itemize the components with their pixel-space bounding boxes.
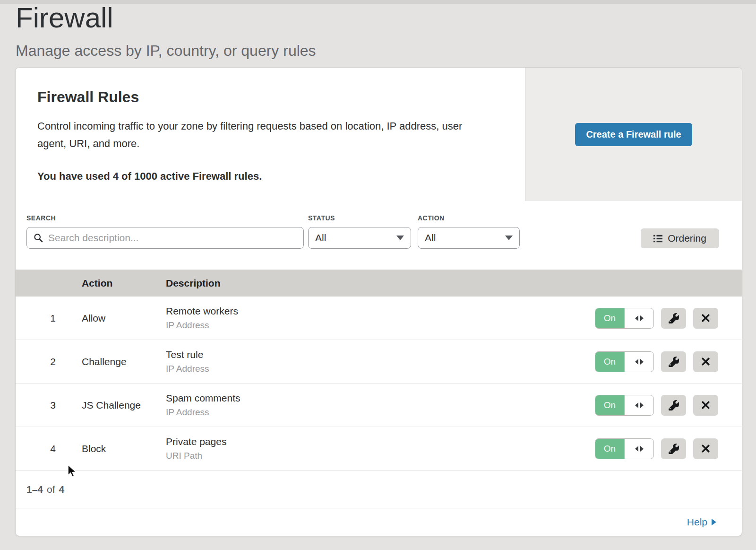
toggle-arrows: [625, 352, 653, 372]
rule-field-type: IP Address: [166, 320, 595, 331]
ordering-button-label: Ordering: [668, 233, 706, 244]
rule-description-cell: Private pages URI Path: [163, 436, 595, 461]
toggle-arrows: [625, 395, 653, 415]
toggle-on-label: On: [595, 439, 625, 459]
rule-status-toggle[interactable]: On: [595, 395, 654, 416]
page-subtitle: Manage access by IP, country, or query r…: [16, 42, 316, 60]
status-select[interactable]: All: [308, 227, 411, 249]
rule-action: JS Challenge: [78, 400, 163, 411]
page-header: Firewall Manage access by IP, country, o…: [16, 3, 316, 60]
rule-action: Challenge: [78, 356, 163, 367]
edit-rule-button[interactable]: [661, 438, 686, 459]
create-rule-panel: Create a Firewall rule: [525, 68, 742, 201]
search-icon: [34, 233, 43, 243]
arrow-right-icon: [640, 446, 644, 452]
delete-rule-button[interactable]: [693, 438, 718, 459]
mouse-cursor: [67, 464, 79, 479]
arrow-left-icon: [635, 359, 638, 365]
delete-rule-button[interactable]: [693, 395, 718, 416]
firewall-rules-card: Firewall Rules Control incoming traffic …: [16, 68, 742, 536]
help-link[interactable]: Help: [687, 516, 716, 528]
close-icon: [701, 314, 710, 323]
status-filter: STATUS All: [308, 214, 411, 249]
action-select[interactable]: All: [418, 227, 520, 249]
rule-controls: On: [595, 395, 742, 416]
rule-field-type: IP Address: [166, 407, 595, 418]
table-row: 3 JS Challenge Spam comments IP Address …: [16, 384, 742, 427]
search-input-wrapper: [26, 227, 304, 249]
rule-field-type: IP Address: [166, 364, 595, 374]
chevron-down-icon: [396, 236, 404, 240]
rules-list: 1 Allow Remote workers IP Address On: [16, 297, 742, 471]
edit-rule-button[interactable]: [661, 351, 686, 372]
search-label: SEARCH: [26, 214, 304, 222]
arrow-right-icon: [640, 402, 644, 408]
rule-description: Test rule: [166, 349, 595, 360]
wrench-icon: [669, 444, 679, 454]
rule-status-toggle[interactable]: On: [595, 438, 654, 459]
wrench-icon: [669, 357, 679, 367]
close-icon: [701, 401, 710, 410]
overview-section: Firewall Rules Control incoming traffic …: [16, 68, 742, 201]
filters-bar: SEARCH STATUS All ACTION All: [16, 201, 742, 270]
overview-text-panel: Firewall Rules Control incoming traffic …: [16, 68, 525, 201]
pagination-of-label: of: [47, 484, 55, 495]
table-header: Action Description: [16, 270, 742, 297]
arrow-left-icon: [635, 402, 638, 408]
rule-priority: 3: [16, 400, 78, 411]
rule-description-cell: Remote workers IP Address: [163, 306, 595, 331]
rule-controls: On: [595, 308, 742, 329]
rule-description-cell: Test rule IP Address: [163, 349, 595, 374]
rule-description: Remote workers: [166, 306, 595, 317]
wrench-icon: [669, 313, 679, 323]
table-row: 2 Challenge Test rule IP Address On: [16, 340, 742, 384]
ordering-button[interactable]: Ordering: [641, 228, 719, 248]
rule-controls: On: [595, 438, 742, 459]
toggle-on-label: On: [595, 308, 625, 328]
edit-rule-button[interactable]: [661, 395, 686, 416]
status-label: STATUS: [308, 214, 411, 222]
rule-action: Allow: [78, 313, 163, 324]
toggle-arrows: [625, 439, 653, 459]
status-select-value: All: [315, 232, 326, 244]
toggle-on-label: On: [595, 395, 625, 415]
column-header-action: Action: [78, 278, 163, 289]
delete-rule-button[interactable]: [693, 308, 718, 329]
rule-controls: On: [595, 351, 742, 372]
help-label: Help: [687, 516, 707, 528]
table-row: 1 Allow Remote workers IP Address On: [16, 297, 742, 340]
rule-description-cell: Spam comments IP Address: [163, 393, 595, 418]
action-select-value: All: [425, 232, 436, 244]
pagination: 1–4 of 4: [16, 471, 742, 508]
toggle-arrows: [625, 308, 653, 328]
arrow-left-icon: [635, 315, 638, 321]
toggle-on-label: On: [595, 352, 625, 372]
action-label: ACTION: [418, 214, 520, 222]
table-row: 4 Block Private pages URI Path On: [16, 427, 742, 471]
rule-priority: 4: [16, 443, 78, 454]
rule-action: Block: [78, 443, 163, 454]
search-filter: SEARCH: [26, 214, 304, 249]
column-header-description: Description: [163, 278, 595, 289]
overview-usage-count: You have used 4 of 1000 active Firewall …: [37, 170, 497, 183]
help-arrow-icon: [712, 519, 716, 525]
delete-rule-button[interactable]: [693, 351, 718, 372]
rule-description: Spam comments: [166, 393, 595, 404]
edit-rule-button[interactable]: [661, 308, 686, 329]
rule-priority: 1: [16, 313, 78, 324]
rule-status-toggle[interactable]: On: [595, 308, 654, 329]
page-title: Firewall: [16, 3, 316, 33]
rule-description: Private pages: [166, 436, 595, 447]
close-icon: [701, 444, 710, 453]
arrow-right-icon: [640, 359, 644, 365]
ordering-list-icon: [653, 235, 662, 243]
rule-field-type: URI Path: [166, 451, 595, 461]
rule-status-toggle[interactable]: On: [595, 351, 654, 372]
create-firewall-rule-button[interactable]: Create a Firewall rule: [575, 123, 692, 146]
overview-heading: Firewall Rules: [37, 88, 497, 106]
rule-priority: 2: [16, 356, 78, 367]
arrow-right-icon: [640, 315, 644, 321]
chevron-down-icon: [505, 236, 513, 240]
search-input[interactable]: [47, 232, 297, 244]
pagination-total: 4: [59, 484, 65, 495]
